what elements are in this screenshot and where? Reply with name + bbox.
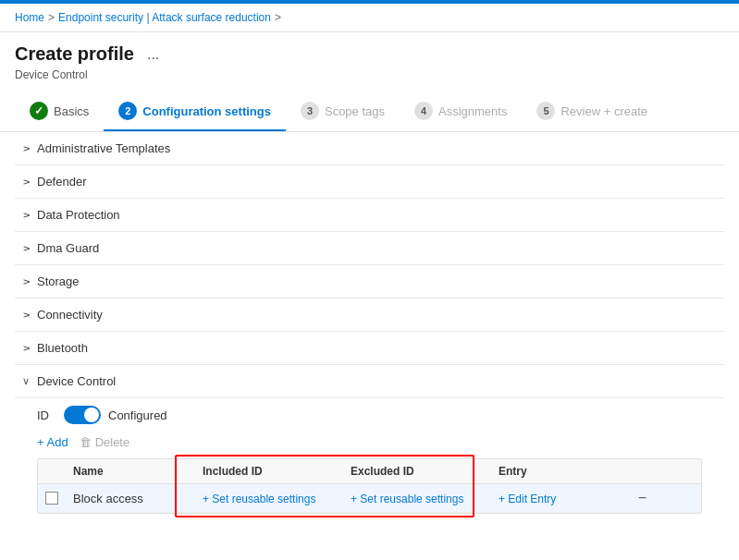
section-dma-guard[interactable]: ∨ Dma Guard — [15, 232, 724, 265]
page-header: Create profile ... — [0, 32, 739, 68]
section-admin-templates[interactable]: ∨ Administrative Templates — [15, 132, 724, 165]
section-bluetooth-label: Bluetooth — [37, 341, 88, 355]
chevron-connectivity: ∨ — [20, 311, 32, 319]
tab-assignments-circle: 4 — [414, 102, 433, 120]
table-header: Name Included ID Excluded ID Entry — [38, 459, 701, 484]
id-row: ID Configured — [37, 406, 702, 424]
table-row: Block access + Set reusable settings + S… — [38, 484, 701, 513]
chevron-defender: ∨ — [20, 178, 32, 186]
tab-review: 5 Review + create — [522, 92, 662, 131]
toggle-label: Configured — [108, 408, 167, 422]
tab-scope-circle: 3 — [301, 102, 319, 120]
tab-basics[interactable]: ✓ Basics — [15, 92, 104, 131]
tab-basics-label: Basics — [54, 104, 89, 118]
section-bluetooth[interactable]: ∨ Bluetooth — [15, 332, 724, 365]
col-entry-header: Entry — [499, 465, 610, 478]
breadcrumb-sep2: > — [275, 11, 281, 24]
tab-review-label: Review + create — [560, 104, 647, 118]
section-dma-label: Dma Guard — [37, 241, 99, 255]
row-included-id[interactable]: + Set reusable settings — [203, 492, 351, 505]
chevron-dma: ∨ — [20, 245, 32, 252]
tab-basics-circle: ✓ — [30, 102, 48, 120]
tab-scope: 3 Scope tags — [286, 92, 400, 131]
section-dataprotect-label: Data Protection — [37, 208, 120, 222]
delete-label: Delete — [95, 435, 130, 449]
action-bar: + Add 🗑 Delete — [37, 432, 702, 453]
chevron-dataprotect: ∨ — [20, 212, 32, 219]
tab-assignments-label: Assignments — [438, 104, 507, 118]
row-checkbox[interactable] — [45, 492, 58, 505]
toggle-track[interactable] — [64, 406, 101, 424]
breadcrumb-home[interactable]: Home — [15, 11, 44, 24]
wizard-tabs: ✓ Basics 2 Configuration settings 3 Scop… — [0, 92, 739, 132]
device-control-label: Device Control — [37, 374, 116, 388]
page-subtitle: Device Control — [0, 68, 739, 92]
delete-button[interactable]: 🗑 Delete — [80, 432, 130, 453]
tab-config-circle: 2 — [118, 102, 137, 120]
page-title: Create profile — [15, 43, 134, 65]
tab-scope-label: Scope tags — [325, 104, 385, 118]
row-entry[interactable]: + Edit Entry — [499, 492, 610, 505]
col-name-header: Name — [73, 465, 203, 478]
section-defender-label: Defender — [37, 175, 86, 189]
toggle-thumb — [84, 408, 99, 422]
breadcrumb-link1[interactable]: Endpoint security | Attack surface reduc… — [58, 11, 271, 24]
section-defender[interactable]: ∨ Defender — [15, 165, 724, 199]
col-included-header: Included ID — [203, 465, 351, 478]
chevron-devicecontrol: ∨ — [22, 375, 30, 387]
trash-icon: 🗑 — [80, 435, 92, 449]
tab-config-label: Configuration settings — [142, 104, 271, 118]
policy-table: Name Included ID Excluded ID Entry Block… — [37, 458, 702, 514]
breadcrumb: Home > Endpoint security | Attack surfac… — [0, 4, 739, 32]
section-storage[interactable]: ∨ Storage — [15, 265, 724, 298]
section-connectivity[interactable]: ∨ Connectivity — [15, 298, 724, 332]
collapse-button[interactable]: − — [610, 490, 647, 506]
content-area: ∨ Administrative Templates ∨ Defender ∨ … — [0, 132, 739, 522]
section-connectivity-label: Connectivity — [37, 308, 103, 322]
section-data-protection[interactable]: ∨ Data Protection — [15, 199, 724, 232]
device-control-section: ∨ Device Control ID Configured + Add 🗑 D… — [15, 365, 724, 522]
included-id-link[interactable]: + Set reusable settings — [203, 493, 315, 505]
chevron-bluetooth: ∨ — [20, 345, 32, 352]
chevron-storage: ∨ — [20, 278, 32, 286]
section-storage-label: Storage — [37, 274, 80, 288]
tab-configuration[interactable]: 2 Configuration settings — [104, 92, 286, 131]
section-admin-label: Administrative Templates — [37, 141, 170, 155]
col-excluded-header: Excluded ID — [351, 465, 499, 478]
device-control-header[interactable]: ∨ Device Control — [15, 365, 724, 398]
ellipsis-button[interactable]: ... — [142, 44, 165, 65]
row-name: Block access — [73, 492, 203, 505]
row-excluded-id[interactable]: + Set reusable settings — [351, 492, 499, 505]
tab-review-circle: 5 — [536, 102, 555, 120]
breadcrumb-sep1: > — [48, 11, 55, 24]
chevron-admin: ∨ — [20, 145, 32, 152]
edit-entry-link[interactable]: + Edit Entry — [499, 493, 556, 505]
excluded-id-link[interactable]: + Set reusable settings — [351, 493, 463, 505]
id-label: ID — [37, 408, 49, 422]
add-button[interactable]: + Add — [37, 432, 68, 453]
device-control-inner: ID Configured + Add 🗑 Delete Nam — [15, 398, 724, 522]
toggle-switch[interactable]: Configured — [64, 406, 167, 424]
tab-assignments: 4 Assignments — [400, 92, 522, 131]
